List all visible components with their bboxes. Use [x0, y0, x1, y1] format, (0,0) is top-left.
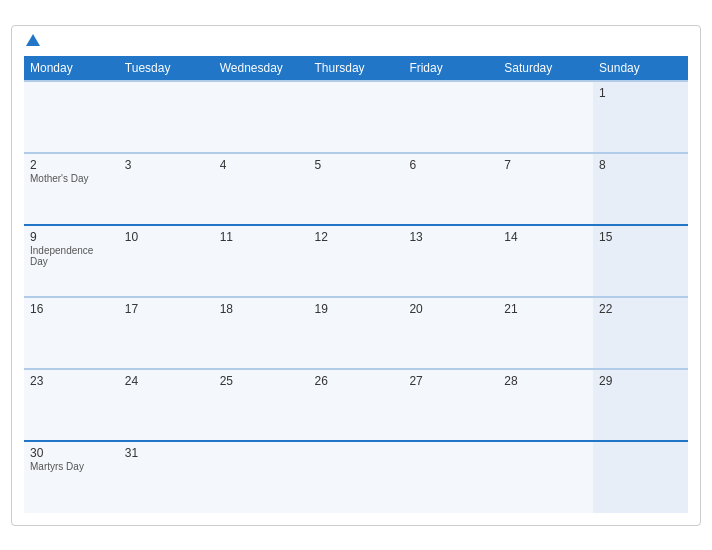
day-number: 17 [125, 302, 208, 316]
calendar-day-cell: 16 [24, 297, 119, 369]
logo-area [24, 36, 40, 48]
calendar-day-cell: 5 [309, 153, 404, 225]
weekday-header-sunday: Sunday [593, 56, 688, 81]
calendar-week-row: 23242526272829 [24, 369, 688, 441]
calendar-day-cell [309, 441, 404, 513]
calendar-day-cell [593, 441, 688, 513]
day-number: 28 [504, 374, 587, 388]
day-event: Mother's Day [30, 173, 113, 184]
day-number: 19 [315, 302, 398, 316]
day-number: 20 [409, 302, 492, 316]
calendar-day-cell: 18 [214, 297, 309, 369]
weekday-header-wednesday: Wednesday [214, 56, 309, 81]
day-number: 11 [220, 230, 303, 244]
calendar-day-cell: 10 [119, 225, 214, 297]
day-number: 24 [125, 374, 208, 388]
calendar-day-cell: 17 [119, 297, 214, 369]
weekday-header-monday: Monday [24, 56, 119, 81]
day-number: 8 [599, 158, 682, 172]
day-number: 6 [409, 158, 492, 172]
calendar-day-cell: 20 [403, 297, 498, 369]
day-number: 7 [504, 158, 587, 172]
day-number: 29 [599, 374, 682, 388]
calendar-day-cell: 25 [214, 369, 309, 441]
calendar-day-cell: 22 [593, 297, 688, 369]
calendar-day-cell [498, 81, 593, 153]
calendar-day-cell [403, 441, 498, 513]
calendar-header [24, 36, 688, 48]
day-number: 26 [315, 374, 398, 388]
calendar-week-row: 30Martyrs Day31 [24, 441, 688, 513]
calendar-day-cell: 27 [403, 369, 498, 441]
calendar-week-row: 9Independence Day101112131415 [24, 225, 688, 297]
calendar-day-cell [498, 441, 593, 513]
day-number: 15 [599, 230, 682, 244]
country-name [598, 36, 688, 40]
day-number: 2 [30, 158, 113, 172]
day-number: 1 [599, 86, 682, 100]
day-number: 5 [315, 158, 398, 172]
calendar-thead: MondayTuesdayWednesdayThursdayFridaySatu… [24, 56, 688, 81]
weekday-header-row: MondayTuesdayWednesdayThursdayFridaySatu… [24, 56, 688, 81]
calendar-day-cell [309, 81, 404, 153]
calendar-day-cell: 21 [498, 297, 593, 369]
calendar-day-cell: 11 [214, 225, 309, 297]
logo-triangle-icon [26, 34, 40, 46]
day-number: 23 [30, 374, 113, 388]
calendar-day-cell [214, 81, 309, 153]
calendar-grid: MondayTuesdayWednesdayThursdayFridaySatu… [24, 56, 688, 513]
day-event: Martyrs Day [30, 461, 113, 472]
day-number: 14 [504, 230, 587, 244]
day-number: 25 [220, 374, 303, 388]
calendar-day-cell: 14 [498, 225, 593, 297]
day-number: 9 [30, 230, 113, 244]
calendar-day-cell: 4 [214, 153, 309, 225]
day-number: 18 [220, 302, 303, 316]
weekday-header-thursday: Thursday [309, 56, 404, 81]
calendar-day-cell: 28 [498, 369, 593, 441]
calendar-day-cell: 8 [593, 153, 688, 225]
calendar-day-cell: 12 [309, 225, 404, 297]
day-number: 16 [30, 302, 113, 316]
day-number: 30 [30, 446, 113, 460]
calendar-week-row: 16171819202122 [24, 297, 688, 369]
day-number: 31 [125, 446, 208, 460]
weekday-header-friday: Friday [403, 56, 498, 81]
calendar-day-cell: 2Mother's Day [24, 153, 119, 225]
day-number: 3 [125, 158, 208, 172]
weekday-header-saturday: Saturday [498, 56, 593, 81]
day-number: 4 [220, 158, 303, 172]
calendar-day-cell: 23 [24, 369, 119, 441]
calendar-week-row: 2Mother's Day345678 [24, 153, 688, 225]
calendar-day-cell: 6 [403, 153, 498, 225]
calendar-day-cell: 19 [309, 297, 404, 369]
calendar-day-cell [403, 81, 498, 153]
logo-line [24, 36, 40, 48]
weekday-header-tuesday: Tuesday [119, 56, 214, 81]
calendar-day-cell: 13 [403, 225, 498, 297]
calendar-day-cell: 26 [309, 369, 404, 441]
calendar-tbody: 12Mother's Day3456789Independence Day101… [24, 81, 688, 513]
calendar-day-cell: 1 [593, 81, 688, 153]
day-event: Independence Day [30, 245, 113, 267]
calendar-day-cell: 31 [119, 441, 214, 513]
day-number: 27 [409, 374, 492, 388]
day-number: 12 [315, 230, 398, 244]
calendar-day-cell: 9Independence Day [24, 225, 119, 297]
day-number: 22 [599, 302, 682, 316]
calendar-day-cell [214, 441, 309, 513]
day-number: 10 [125, 230, 208, 244]
calendar-day-cell: 3 [119, 153, 214, 225]
calendar-week-row: 1 [24, 81, 688, 153]
calendar-day-cell: 7 [498, 153, 593, 225]
calendar-day-cell [24, 81, 119, 153]
calendar-day-cell [119, 81, 214, 153]
calendar-container: MondayTuesdayWednesdayThursdayFridaySatu… [11, 25, 701, 526]
calendar-day-cell: 15 [593, 225, 688, 297]
day-number: 21 [504, 302, 587, 316]
calendar-day-cell: 29 [593, 369, 688, 441]
day-number: 13 [409, 230, 492, 244]
calendar-day-cell: 30Martyrs Day [24, 441, 119, 513]
calendar-day-cell: 24 [119, 369, 214, 441]
